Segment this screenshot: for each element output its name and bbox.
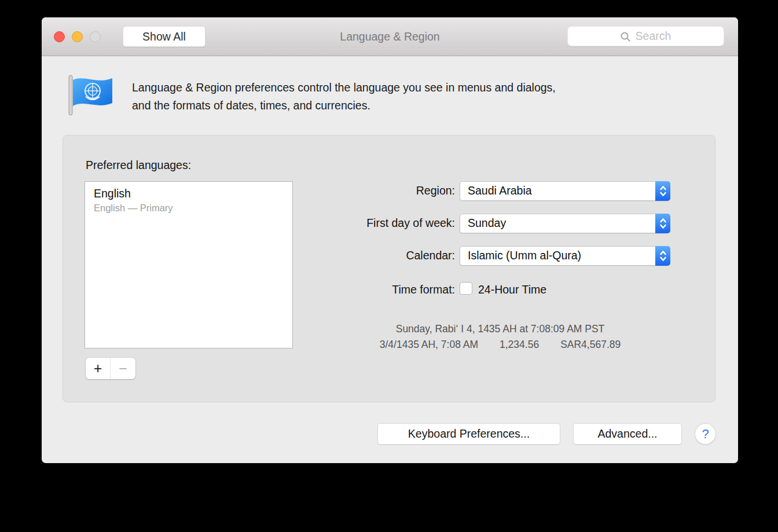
list-item[interactable]: English English — Primary xyxy=(85,182,292,214)
language-name: English xyxy=(94,187,284,200)
settings-panel: Preferred languages: English English — P… xyxy=(63,135,715,402)
sample-short-date-time: 3/4/1435 AH, 7:08 AM xyxy=(380,339,478,350)
region-label: Region: xyxy=(295,184,455,197)
preferred-languages-list[interactable]: English English — Primary xyxy=(85,181,293,348)
help-button[interactable]: ? xyxy=(695,423,716,445)
remove-language-button: − xyxy=(111,358,135,379)
first-day-label: First day of week: xyxy=(295,217,455,230)
add-language-button[interactable]: + xyxy=(86,358,111,379)
region-value: Saudi Arabia xyxy=(468,184,532,197)
first-day-value: Sunday xyxy=(468,217,506,230)
region-popup[interactable]: Saudi Arabia xyxy=(460,181,670,201)
sample-short-formats: 3/4/1435 AH, 7:08 AM1,234.56SAR4,567.89 xyxy=(355,337,645,353)
stepper-chevrons-icon xyxy=(655,246,670,266)
preferred-languages-label: Preferred languages: xyxy=(86,159,191,172)
keyboard-preferences-button[interactable]: Keyboard Preferences... xyxy=(377,423,560,445)
title-bar: Show All Language & Region xyxy=(42,17,738,56)
close-button[interactable] xyxy=(54,31,65,42)
calendar-value: Islamic (Umm al-Qura) xyxy=(468,249,581,262)
sample-number: 1,234.56 xyxy=(500,339,539,350)
intro-line-2: and the formats of dates, times, and cur… xyxy=(132,97,699,115)
search-input[interactable] xyxy=(568,27,724,46)
24-hour-time-option-label: 24-Hour Time xyxy=(478,283,546,296)
language-detail: English — Primary xyxy=(94,203,284,214)
calendar-popup[interactable]: Islamic (Umm al-Qura) xyxy=(460,246,670,266)
traffic-lights xyxy=(54,31,101,42)
stepper-chevrons-icon xyxy=(655,181,670,201)
minimize-button[interactable] xyxy=(72,31,83,42)
show-all-button[interactable]: Show All xyxy=(123,26,205,47)
zoom-button-disabled xyxy=(90,31,101,42)
preferences-window: Show All Language & Region Language & Re… xyxy=(42,17,738,463)
search-field[interactable] xyxy=(567,26,724,46)
window-title: Language & Region xyxy=(340,17,439,56)
sample-currency: SAR4,567.89 xyxy=(560,339,621,350)
format-sample: Sunday, Rabi‘ I 4, 1435 AH at 7:08:09 AM… xyxy=(355,321,645,352)
un-flag-icon xyxy=(65,72,116,119)
calendar-label: Calendar: xyxy=(295,249,455,262)
time-format-label: Time format: xyxy=(295,283,455,296)
desktop-background: { "titlebar": { "show_all_label": "Show … xyxy=(0,0,778,532)
first-day-popup[interactable]: Sunday xyxy=(460,214,670,233)
intro-line-1: Language & Region preferences control th… xyxy=(132,79,699,97)
stepper-chevrons-icon xyxy=(655,214,670,233)
search-icon xyxy=(620,31,631,42)
advanced-button[interactable]: Advanced... xyxy=(573,423,682,445)
sample-full-date: Sunday, Rabi‘ I 4, 1435 AH at 7:08:09 AM… xyxy=(355,321,645,337)
intro-description: Language & Region preferences control th… xyxy=(132,79,699,114)
add-remove-group: + − xyxy=(86,358,135,379)
24-hour-time-checkbox[interactable] xyxy=(460,282,472,295)
